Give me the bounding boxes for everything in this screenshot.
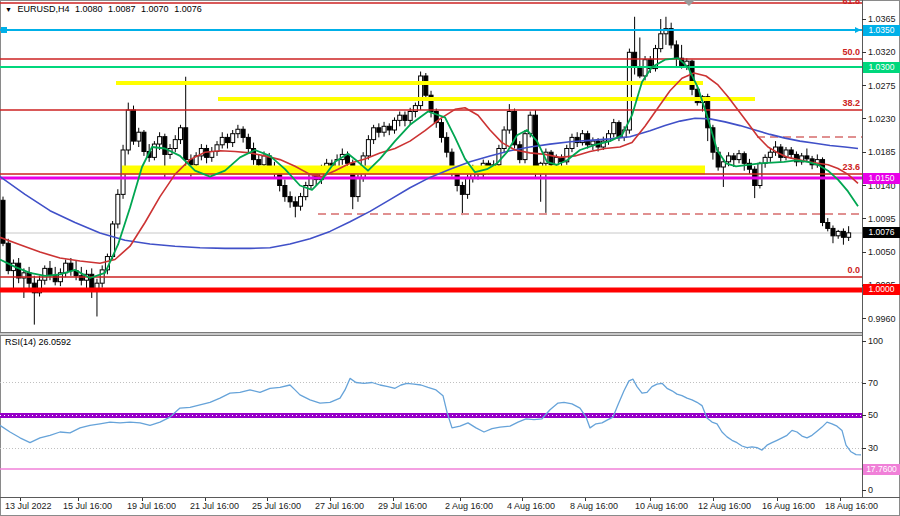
price-tick-label: 1.0050 [868,247,900,257]
candle-body-bull [178,128,182,140]
candle [304,182,308,201]
candle [403,112,407,127]
pane-separator[interactable] [0,332,862,336]
candle [393,117,397,133]
candle [424,73,428,100]
time-axis-label: 25 Jul 16:00 [252,501,301,511]
price-tick-mark [862,52,866,53]
price-tick-label: 1.0320 [868,47,900,57]
candle [669,23,673,49]
candle [32,276,36,325]
candle-body-bear [789,150,793,154]
candle [507,104,511,134]
main-pane [0,3,866,325]
candle-body-bull [398,115,402,120]
fib-label-50.0: 50.0 [800,47,860,57]
line-end-arrow-icon [855,27,861,33]
candle [246,134,250,153]
candle [398,112,402,127]
candle-body-bull [847,233,851,237]
candle-body-bull [393,120,397,130]
rsi-tick-mark [862,448,866,449]
candle-body-bear [6,243,10,270]
candle [27,267,31,289]
time-axis-label: 15 Jul 16:00 [63,501,112,511]
candle [288,191,292,207]
candle-body-bull [137,132,141,141]
candle [184,77,188,171]
rsi-tick-label: 0 [868,485,900,495]
time-axis-label: 12 Aug 16:00 [698,501,751,511]
candle-body-bear [439,123,443,138]
rsi-tick-mark [862,490,866,491]
time-axis-label: 10 Aug 16:00 [635,501,688,511]
candle [116,189,120,228]
chart-shift-marker[interactable] [683,0,695,6]
candle [241,126,245,142]
price-chart-canvas[interactable] [0,0,900,516]
ohlc-high: 1.0087 [108,4,136,14]
candle-body-bull [502,130,506,149]
candle [64,260,68,278]
chart-title: ▼ EURUSD,H4 1.0080 1.0087 1.0070 1.0076 [5,4,205,14]
candle [220,132,224,148]
hline-drag-handle[interactable] [1,27,7,33]
trading-chart-window: ▼ EURUSD,H4 1.0080 1.0087 1.0070 1.0076 … [0,0,900,516]
candle-body-bear [831,228,835,235]
symbol-dropdown-icon[interactable]: ▼ [5,6,12,13]
candle-body-bear [288,197,292,202]
candle [575,132,579,147]
rsi-pane [0,383,862,470]
candle [231,130,235,147]
candle-body-bull [727,156,731,162]
candle-body-bull [372,128,376,140]
time-axis-label: 13 Jul 2022 [5,501,52,511]
candle-body-bear [283,186,287,197]
candle [612,119,616,137]
candle-body-bear [779,147,783,157]
candle [831,225,835,243]
symbol-period-label: EURUSD,H4 [17,4,69,14]
candle [95,279,99,317]
candle-body-bear [132,110,136,141]
candle [142,130,146,156]
candle [580,130,584,146]
candle-body-bull [231,134,235,143]
candle-body-bear [293,202,297,206]
candle [680,45,684,69]
candle [753,166,757,198]
candle-body-bull [768,152,772,157]
candle-body-bear [518,145,522,160]
ohlc-close: 1.0076 [174,4,202,14]
candle-body-bear [742,154,746,164]
candle-body-bear [841,231,845,237]
candle [847,226,851,241]
candle-body-bull [408,112,412,121]
rsi-tick-mark [862,341,866,342]
candle-body-bull [836,231,840,235]
ohlc-open: 1.0080 [75,4,103,14]
candle [387,123,391,135]
candle [570,134,574,153]
candle [674,40,678,67]
candle-body-bear [445,137,449,152]
candle [659,19,663,52]
price-tick-label: 0.9960 [868,314,900,324]
candle-body-bear [69,263,73,270]
candle-body-bull [366,140,370,156]
candle [638,38,642,79]
candle [841,228,845,244]
rsi-tick-label: 50 [868,410,900,420]
candle [173,135,177,152]
candle-body-bull [737,154,741,160]
candle [523,130,527,163]
candle-body-bear [257,160,261,165]
fib-label-0.0: 0.0 [800,265,860,275]
candle-body-bear [142,132,146,151]
candle-body-bull [523,134,527,160]
fib-label-61.8: 61.8 [800,0,860,6]
candle [205,145,209,164]
candle [419,72,423,110]
candle-body-bear [377,128,381,132]
candle [152,141,156,160]
